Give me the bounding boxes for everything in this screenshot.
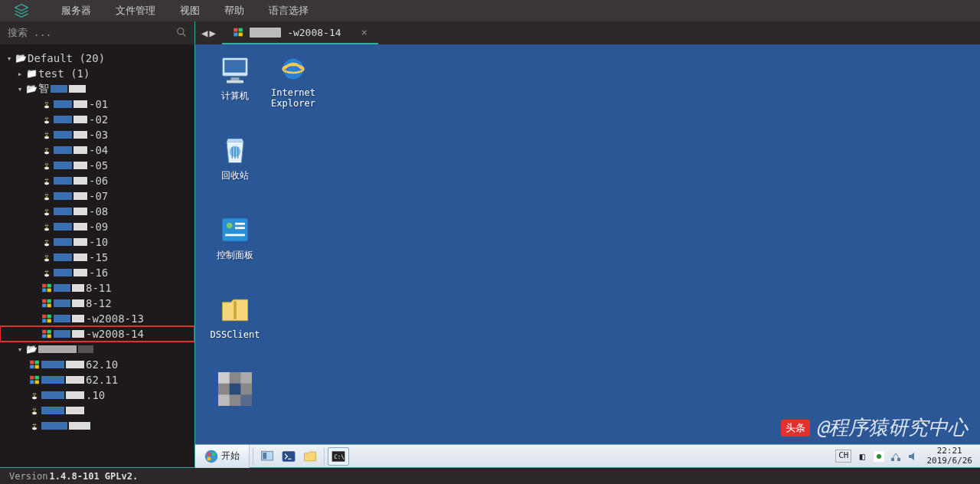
- svg-rect-122: [240, 394, 252, 406]
- tray-flag-icon[interactable]: [873, 450, 885, 463]
- tree-server-linux[interactable]: -02: [0, 112, 194, 127]
- tab-close-icon[interactable]: ×: [361, 26, 368, 38]
- menu-files[interactable]: 文件管理: [103, 4, 168, 18]
- svg-rect-68: [47, 289, 51, 293]
- tree-server[interactable]: 62.10: [0, 357, 194, 372]
- svg-point-103: [34, 424, 35, 425]
- taskbar-powershell[interactable]: [278, 447, 299, 466]
- recycle-icon: [218, 133, 252, 167]
- menu-language[interactable]: 语言选择: [256, 4, 321, 18]
- linux-icon: [40, 129, 54, 140]
- svg-point-13: [45, 118, 46, 119]
- status-bar: Version 1.4.8-101 GPLv2.: [0, 467, 980, 484]
- svg-point-47: [44, 228, 49, 231]
- menu-view[interactable]: 视图: [168, 4, 212, 18]
- svg-rect-111: [223, 218, 248, 240]
- start-button[interactable]: 开始: [195, 445, 250, 468]
- tree-root[interactable]: ▾Default (20): [0, 51, 194, 66]
- tree-server-linux[interactable]: -09: [0, 219, 194, 234]
- svg-rect-116: [234, 301, 237, 319]
- svg-point-58: [45, 256, 46, 257]
- svg-point-0: [178, 28, 184, 34]
- svg-point-93: [34, 394, 35, 394]
- tree-group1[interactable]: ▾智: [0, 81, 194, 96]
- desktop-generic[interactable]: [207, 372, 263, 427]
- search-input[interactable]: 搜索 ...: [0, 21, 195, 44]
- search-icon[interactable]: [176, 27, 187, 40]
- windows-icon: [40, 283, 54, 293]
- desktop-ie[interactable]: Internet Explorer: [266, 54, 321, 109]
- svg-rect-67: [42, 289, 46, 293]
- tree-server[interactable]: [0, 418, 194, 433]
- svg-rect-135: [891, 458, 894, 461]
- tree-server-linux[interactable]: -15: [0, 250, 194, 265]
- tab-censored: xx: [250, 28, 281, 38]
- tray-clock[interactable]: 22:21 2019/6/26: [923, 446, 975, 465]
- svg-point-110: [230, 146, 241, 158]
- svg-point-23: [45, 149, 46, 149]
- svg-rect-115: [225, 234, 245, 237]
- version-prefix: Version: [9, 471, 48, 482]
- svg-rect-126: [207, 456, 211, 460]
- tree-server-linux[interactable]: -05: [0, 158, 194, 173]
- ie-icon: [276, 54, 310, 84]
- tree-server-windows[interactable]: -w2008-13: [0, 311, 194, 326]
- tree-server-linux[interactable]: -08: [0, 204, 194, 219]
- tree-server-linux[interactable]: -07: [0, 188, 194, 204]
- session-tab[interactable]: xx -w2008-14 ×: [222, 21, 378, 44]
- ime-indicator[interactable]: CH: [835, 450, 851, 462]
- desktop-dssclient[interactable]: DSSClient: [207, 293, 263, 348]
- tray-network-icon[interactable]: [890, 450, 902, 463]
- desktop-computer[interactable]: 计算机: [207, 54, 263, 109]
- tree-server-linux[interactable]: -04: [0, 142, 194, 158]
- watermark-text: @程序猿研究中心: [816, 414, 968, 441]
- menu-server[interactable]: 服务器: [49, 4, 103, 18]
- linux-icon: [40, 237, 54, 247]
- svg-rect-75: [42, 319, 46, 323]
- tree-server-linux[interactable]: -01: [0, 96, 194, 112]
- tab-prev-icon[interactable]: ◀: [201, 27, 207, 39]
- taskbar-cmd[interactable]: C:\: [328, 447, 349, 466]
- tree-server-linux[interactable]: -03: [0, 127, 194, 142]
- svg-point-22: [44, 152, 49, 155]
- svg-point-38: [45, 195, 46, 195]
- tray-icon-1[interactable]: ◧: [856, 450, 868, 463]
- tab-nav-arrows[interactable]: ◀ ▶: [195, 27, 222, 39]
- remote-desktop[interactable]: 计算机 Internet Explorer 回收站 控制面板 DSSClient: [195, 44, 980, 467]
- tree-group2[interactable]: ▾: [0, 342, 194, 357]
- svg-point-44: [47, 210, 47, 211]
- tree-server-windows[interactable]: 8-11: [0, 280, 194, 296]
- svg-rect-87: [30, 381, 34, 384]
- tray-sound-icon[interactable]: [906, 450, 919, 463]
- menu-help[interactable]: 帮助: [212, 4, 256, 18]
- svg-rect-86: [35, 376, 39, 380]
- search-placeholder: 搜索 ...: [8, 26, 51, 40]
- tree-server-windows[interactable]: -w2008-14: [0, 326, 194, 342]
- taskbar-explorer[interactable]: [299, 447, 321, 466]
- tree-server-linux[interactable]: -10: [0, 234, 194, 250]
- tree-server-linux[interactable]: -06: [0, 173, 194, 188]
- svg-point-123: [205, 450, 218, 463]
- windows-orb-icon: [204, 450, 218, 463]
- tree-server[interactable]: .10: [0, 388, 194, 403]
- folder-open-icon: [24, 83, 38, 94]
- tree-server-linux[interactable]: -16: [0, 265, 194, 280]
- tree-server[interactable]: [0, 403, 194, 418]
- tab-next-icon[interactable]: ▶: [209, 27, 215, 39]
- tree-test[interactable]: ▸test (1): [0, 66, 194, 81]
- desktop-control-panel[interactable]: 控制面板: [207, 213, 263, 268]
- taskbar-server-manager[interactable]: [256, 447, 278, 466]
- watermark: 头条 @程序猿研究中心: [781, 414, 968, 441]
- linux-icon: [28, 390, 41, 401]
- tree-server[interactable]: 62.11: [0, 372, 194, 388]
- windows-icon: [40, 298, 54, 309]
- svg-point-28: [45, 164, 46, 165]
- tree-server-windows[interactable]: 8-12: [0, 296, 194, 311]
- desktop-recycle[interactable]: 回收站: [207, 133, 263, 188]
- tab-label: -w2008-14: [287, 27, 341, 38]
- svg-point-59: [47, 256, 47, 257]
- svg-rect-121: [218, 394, 230, 406]
- svg-point-63: [45, 271, 46, 272]
- svg-rect-130: [283, 451, 296, 461]
- server-tree[interactable]: ▾Default (20) ▸test (1) ▾智 -01-02-03-04-…: [0, 44, 195, 467]
